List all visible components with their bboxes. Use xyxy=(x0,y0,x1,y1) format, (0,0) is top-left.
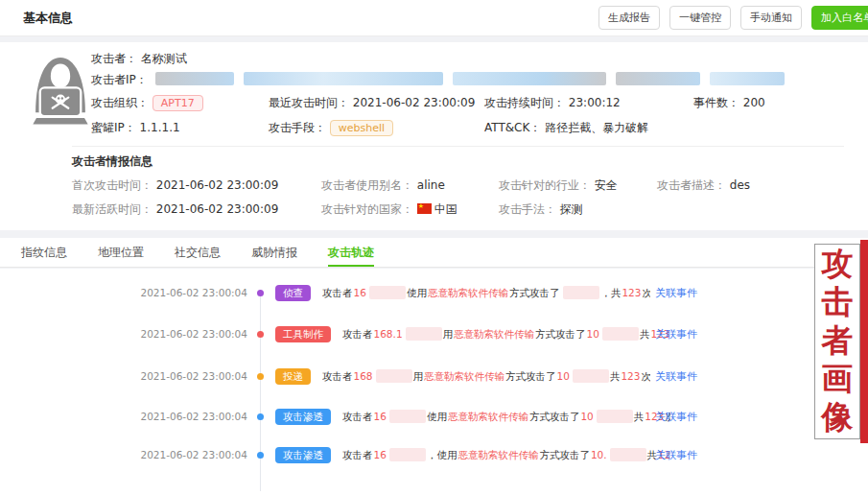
redacted-block xyxy=(389,410,426,423)
redacted-block xyxy=(597,410,633,423)
timeline-row: 2021-06-02 23:00:04 攻击渗透 攻击者16，使用恶意勒索软件传… xyxy=(0,444,868,465)
section-divider xyxy=(72,146,844,147)
timeline-description: 攻击者168用恶意勒索软件传输方式攻击了10共123次。 xyxy=(322,369,650,384)
timeline-row: 2021-06-02 23:00:04 工具制作 攻击者168.1用恶意勒索软件… xyxy=(0,323,868,344)
redacted-block xyxy=(376,369,412,383)
watermark-char: 者 xyxy=(822,321,854,360)
malware-name: 恶意勒索软件传输 xyxy=(454,328,534,340)
timeline-dot-icon xyxy=(257,373,264,380)
watermark-char: 画 xyxy=(822,360,854,398)
attacker-ip-partial: 16 xyxy=(374,411,387,422)
latest-active-time-field: 最新活跃时间： 2021-06-02 23:00:09 xyxy=(72,200,278,218)
timeline-description: 攻击者168.1用恶意勒索软件传输方式攻击了10共123次。 xyxy=(342,327,670,342)
apt-group-tag: APT17 xyxy=(152,95,203,111)
timeline-timestamp: 2021-06-02 23:00:04 xyxy=(0,411,247,422)
attack-org-field: 攻击组织： APT17 xyxy=(91,94,203,112)
alias-field: 攻击者使用别名： aline xyxy=(321,177,445,194)
attack-count: 123 xyxy=(621,370,640,382)
latest-active-time-value: 2021-06-02 23:00:09 xyxy=(156,202,278,216)
related-event-link[interactable]: 关联事件 xyxy=(655,448,697,462)
attack-duration-label: 攻击持续时间： xyxy=(484,96,565,109)
attack-stage-tag: 投递 xyxy=(275,368,311,385)
latest-active-time-label: 最新活跃时间： xyxy=(72,202,152,216)
target-industry-label: 攻击针对的行业： xyxy=(499,178,591,192)
target-partial: 10 xyxy=(557,370,570,382)
redacted-block xyxy=(389,448,426,461)
one-click-control-button[interactable]: 一键管控 xyxy=(669,6,731,30)
attacker-desc-field: 攻击者描述： des xyxy=(657,177,750,194)
add-to-whitelist-button[interactable]: 加入白名单 xyxy=(811,6,868,30)
first-attack-time-value: 2021-06-02 23:00:09 xyxy=(156,178,278,192)
header-actions: 生成报告 一键管控 手动通知 加入白名单 xyxy=(598,6,868,30)
attack-stage-tag: 攻击渗透 xyxy=(275,447,331,463)
redacted-block xyxy=(602,327,639,341)
watermark-char: 击 xyxy=(822,283,854,321)
tab-attack-trajectory[interactable]: 攻击轨迹 xyxy=(328,238,374,267)
target-industry-field: 攻击针对的行业： 安全 xyxy=(499,177,618,194)
desc-conjunction: 使用 xyxy=(427,411,447,422)
watermark-red-strip xyxy=(860,240,868,443)
related-event-link[interactable]: 关联事件 xyxy=(655,369,697,384)
related-event-link[interactable]: 关联事件 xyxy=(655,410,697,424)
attacker-name-field: 攻击者： 名称测试 xyxy=(91,50,187,67)
tab-fingerprint-info[interactable]: 指纹信息 xyxy=(21,238,67,267)
desc-prefix: 攻击者 xyxy=(342,328,373,340)
attacker-ip-label: 攻击者IP： xyxy=(91,73,148,86)
hacker-avatar-icon xyxy=(25,52,96,134)
manual-notify-button[interactable]: 手动通知 xyxy=(740,6,802,30)
timeline-timestamp: 2021-06-02 23:00:04 xyxy=(0,370,247,382)
timeline-description: 攻击者16使用恶意勒索软件传输方式攻击了，共123次。 xyxy=(322,286,650,300)
attacker-ip-partial: 16 xyxy=(354,287,366,298)
target-industry-value: 安全 xyxy=(595,178,618,192)
last-attack-time-label: 最近攻击时间： xyxy=(269,96,349,109)
desc-prefix: 攻击者 xyxy=(322,370,353,382)
attack-method-field: 攻击手段： webshell xyxy=(269,119,393,137)
attack-duration-field: 攻击持续时间： 23:00:12 xyxy=(484,94,621,111)
target-partial: 10 xyxy=(587,328,599,340)
masked-ip-segment xyxy=(710,72,785,85)
target-partial: 10. xyxy=(591,449,607,460)
honeypot-ip-label: 蜜罐IP： xyxy=(91,121,136,134)
event-count-field: 事件数： 200 xyxy=(693,94,765,111)
attack-count: 123 xyxy=(622,287,641,298)
tab-threat-intel[interactable]: 威胁情报 xyxy=(251,238,297,267)
desc-conjunction: 用 xyxy=(413,370,424,382)
attacker-desc-label: 攻击者描述： xyxy=(657,178,726,192)
generate-report-button[interactable]: 生成报告 xyxy=(598,6,660,30)
attack-technique-label: 攻击手法： xyxy=(499,202,556,216)
attacker-desc-value: des xyxy=(730,178,750,192)
attacker-ip-field: 攻击者IP： xyxy=(91,71,785,88)
timeline-timestamp: 2021-06-02 23:00:04 xyxy=(0,328,247,340)
tab-social-info[interactable]: 社交信息 xyxy=(175,238,221,267)
desc-suffix-post: 次。 xyxy=(641,370,650,382)
attacker-portrait-page: 基本信息 生成报告 一键管控 手动通知 加入白名单 攻击者： 名称测试 攻击者I… xyxy=(0,0,868,495)
desc-prefix: 攻击者 xyxy=(342,411,373,422)
related-event-link[interactable]: 关联事件 xyxy=(655,286,697,300)
timeline-dot-icon xyxy=(257,452,264,459)
basic-info-card: 攻击者： 名称测试 攻击者IP： 攻击组织： APT17 最近攻击时间： 202… xyxy=(0,42,868,230)
attacker-ip-redacted xyxy=(155,72,785,85)
desc-conjunction: ，使用 xyxy=(427,449,457,460)
attack-stage-tag: 侦查 xyxy=(275,285,311,301)
desc-suffix-pre: 共 xyxy=(610,370,621,382)
attacker-ip-partial: 16 xyxy=(374,449,387,460)
masked-ip-segment xyxy=(616,72,700,85)
attack-technique-field: 攻击手法： 探测 xyxy=(499,200,583,218)
honeypot-ip-value: 1.1.1.1 xyxy=(140,121,180,134)
target-country-label: 攻击针对的国家： xyxy=(321,202,413,216)
last-attack-time-field: 最近攻击时间： 2021-06-02 23:00:09 xyxy=(269,94,475,111)
attck-label: ATT&CK： xyxy=(484,121,541,134)
attack-stage-tag: 工具制作 xyxy=(275,326,331,342)
attack-technique-value: 探测 xyxy=(560,202,583,216)
tab-geo-location[interactable]: 地理位置 xyxy=(98,238,144,267)
alias-label: 攻击者使用别名： xyxy=(321,178,413,192)
related-event-link[interactable]: 关联事件 xyxy=(655,327,697,342)
redacted-block xyxy=(406,327,442,341)
first-attack-time-field: 首次攻击时间： 2021-06-02 23:00:09 xyxy=(72,177,278,194)
masked-ip-segment xyxy=(453,72,606,85)
desc-mid: 方式攻击了 xyxy=(529,411,580,422)
desc-suffix-pre: ，共 xyxy=(600,287,621,298)
attack-org-label: 攻击组织： xyxy=(91,96,149,109)
first-attack-time-label: 首次攻击时间： xyxy=(72,178,152,192)
target-partial: 10 xyxy=(580,411,593,422)
